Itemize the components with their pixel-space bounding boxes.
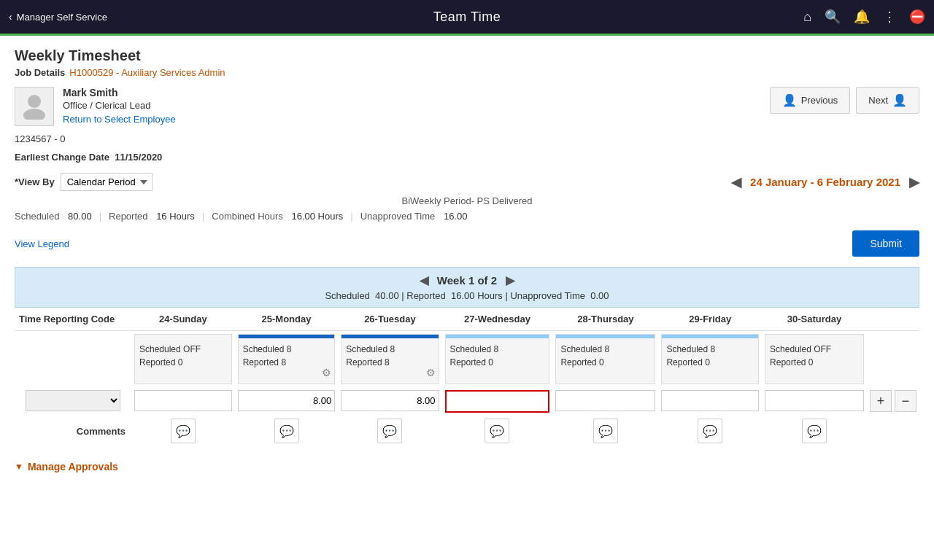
sched-box-tue: Scheduled 8 Reported 8 ⚙ bbox=[341, 334, 439, 384]
bar-thu bbox=[556, 335, 655, 338]
remove-row-button[interactable]: − bbox=[895, 390, 916, 412]
input-cell-tue bbox=[338, 387, 441, 416]
sched-cell-fri: Scheduled 8 Reported 0 bbox=[658, 331, 762, 388]
prev-person-icon: 👤 bbox=[782, 93, 797, 107]
th-wed: 27-Wednesday bbox=[442, 308, 553, 331]
period-sub-label: BiWeekly Period- PS Delivered bbox=[402, 195, 533, 206]
earliest-change-value: 11/15/2020 bbox=[115, 152, 162, 163]
home-icon[interactable]: ⌂ bbox=[803, 9, 811, 25]
sched-reported-thu: Reported 0 bbox=[560, 356, 650, 369]
job-details-value: H1000529 - Auxiliary Services Admin bbox=[69, 67, 225, 78]
bar-tue bbox=[341, 335, 438, 338]
menu-icon[interactable]: ⋮ bbox=[883, 9, 896, 25]
sched-box-sat: Scheduled OFF Reported 0 bbox=[765, 334, 864, 384]
main-content: Weekly Timesheet Job Details H1000529 - … bbox=[0, 36, 934, 484]
reported-label: Reported bbox=[109, 211, 147, 222]
previous-label: Previous bbox=[801, 95, 838, 106]
comment-btn-tue[interactable]: 💬 bbox=[377, 419, 402, 443]
add-row-button[interactable]: + bbox=[870, 390, 892, 412]
th-thu: 28-Thursday bbox=[552, 308, 658, 331]
period-prev-arrow[interactable]: ◀ bbox=[731, 174, 741, 190]
gear-icon-tue[interactable]: ⚙ bbox=[426, 365, 436, 381]
comment-btn-wed[interactable]: 💬 bbox=[485, 419, 509, 443]
time-input-mon[interactable] bbox=[238, 390, 336, 411]
th-tue: 26-Tuesday bbox=[338, 308, 441, 331]
reported-value: 16 Hours bbox=[156, 211, 195, 222]
prev-next-buttons: 👤 Previous Next 👤 bbox=[770, 87, 919, 114]
comment-cell-wed: 💬 bbox=[442, 416, 553, 446]
employee-details: Mark Smith Office / Clerical Lead Return… bbox=[63, 87, 176, 125]
bell-icon[interactable]: 🔔 bbox=[854, 9, 870, 25]
back-button[interactable]: ‹ Manager Self Service bbox=[9, 11, 107, 23]
sep3: | bbox=[350, 211, 352, 222]
time-input-wed[interactable] bbox=[445, 390, 550, 413]
comment-cell-thu: 💬 bbox=[552, 416, 658, 446]
view-by-left: *View By Calendar Period Week Month bbox=[15, 173, 153, 191]
nav-icons: ⌂ 🔍 🔔 ⋮ ⛔ bbox=[803, 9, 925, 25]
comment-btn-mon[interactable]: 💬 bbox=[274, 419, 299, 443]
unapproved-label: Unapproved Time bbox=[360, 211, 436, 222]
week-prev-arrow[interactable]: ◀ bbox=[420, 273, 428, 287]
period-display: 24 January - 6 February 2021 bbox=[750, 176, 900, 188]
time-input-sat[interactable] bbox=[765, 390, 864, 411]
period-nav: ◀ 24 January - 6 February 2021 ▶ bbox=[731, 174, 919, 190]
week-scheduled-val: 40.00 bbox=[375, 290, 399, 301]
sched-reported-sun: Reported 0 bbox=[139, 356, 227, 369]
timesheet-table: Time Reporting Code 24-Sunday 25-Monday … bbox=[15, 308, 919, 446]
sched-scheduled-fri: Scheduled 8 bbox=[666, 343, 754, 356]
add-remove-cell: + − bbox=[867, 387, 919, 416]
comment-cell-mon: 💬 bbox=[235, 416, 339, 446]
comment-btn-sat[interactable]: 💬 bbox=[802, 419, 827, 443]
svg-point-0 bbox=[28, 95, 41, 108]
sched-scheduled-sat: Scheduled OFF bbox=[770, 343, 859, 356]
view-legend-link[interactable]: View Legend bbox=[15, 238, 69, 249]
scheduled-label: Scheduled bbox=[15, 211, 59, 222]
week-next-arrow[interactable]: ▶ bbox=[506, 273, 514, 287]
period-next-arrow[interactable]: ▶ bbox=[909, 174, 919, 190]
time-input-fri[interactable] bbox=[661, 390, 759, 411]
comment-cell-sat: 💬 bbox=[762, 416, 867, 446]
th-sun: 24-Sunday bbox=[131, 308, 235, 331]
bar-wed bbox=[446, 335, 549, 338]
actions-row: View Legend Submit bbox=[15, 230, 919, 257]
comment-actions-cell bbox=[867, 416, 919, 446]
view-by-row: *View By Calendar Period Week Month ◀ 24… bbox=[15, 173, 919, 191]
sched-actions-cell bbox=[867, 331, 919, 388]
comment-btn-sun[interactable]: 💬 bbox=[171, 419, 196, 443]
comment-btn-thu[interactable]: 💬 bbox=[593, 419, 618, 443]
time-input-sun[interactable] bbox=[134, 390, 232, 411]
sep2: | bbox=[202, 211, 204, 222]
bar-sat bbox=[765, 335, 863, 338]
next-button[interactable]: Next 👤 bbox=[856, 87, 919, 114]
comments-label: Comments bbox=[77, 426, 126, 437]
comment-btn-fri[interactable]: 💬 bbox=[698, 419, 722, 443]
week-scheduled-label: Scheduled bbox=[325, 290, 369, 301]
job-details-label: Job Details bbox=[15, 67, 65, 78]
view-by-label: *View By bbox=[15, 176, 55, 187]
page-title: Weekly Timesheet bbox=[15, 47, 919, 64]
manage-approvals[interactable]: ▼ Manage Approvals bbox=[15, 461, 919, 472]
trc-select[interactable] bbox=[26, 390, 120, 411]
gear-icon-mon[interactable]: ⚙ bbox=[322, 365, 331, 381]
time-input-tue[interactable] bbox=[341, 390, 439, 411]
previous-button[interactable]: 👤 Previous bbox=[770, 87, 851, 114]
week-unapproved-label: Unapproved Time bbox=[510, 290, 585, 301]
block-icon[interactable]: ⛔ bbox=[909, 9, 925, 25]
period-sub-info: BiWeekly Period- PS Delivered bbox=[15, 195, 919, 206]
view-by-select[interactable]: Calendar Period Week Month bbox=[61, 173, 153, 191]
employee-info: Mark Smith Office / Clerical Lead Return… bbox=[15, 87, 176, 126]
sched-reported-fri: Reported 0 bbox=[666, 356, 754, 369]
search-icon[interactable]: 🔍 bbox=[825, 9, 841, 25]
time-input-thu[interactable] bbox=[555, 390, 655, 411]
svg-point-1 bbox=[23, 109, 45, 120]
job-details-row: Job Details H1000529 - Auxiliary Service… bbox=[15, 67, 919, 78]
next-label: Next bbox=[868, 95, 888, 106]
sched-scheduled-wed: Scheduled 8 bbox=[450, 343, 545, 356]
week-sub-info: Scheduled 40.00 | Reported 16.00 Hours |… bbox=[24, 290, 910, 301]
return-to-select-link[interactable]: Return to Select Employee bbox=[63, 114, 176, 125]
schedule-row: Scheduled OFF Reported 0 Scheduled 8 bbox=[15, 331, 919, 388]
employee-role: Office / Clerical Lead bbox=[63, 100, 176, 111]
week-reported-label: Reported bbox=[406, 290, 445, 301]
sched-box-sun: Scheduled OFF Reported 0 bbox=[134, 334, 232, 384]
submit-button[interactable]: Submit bbox=[852, 230, 919, 257]
